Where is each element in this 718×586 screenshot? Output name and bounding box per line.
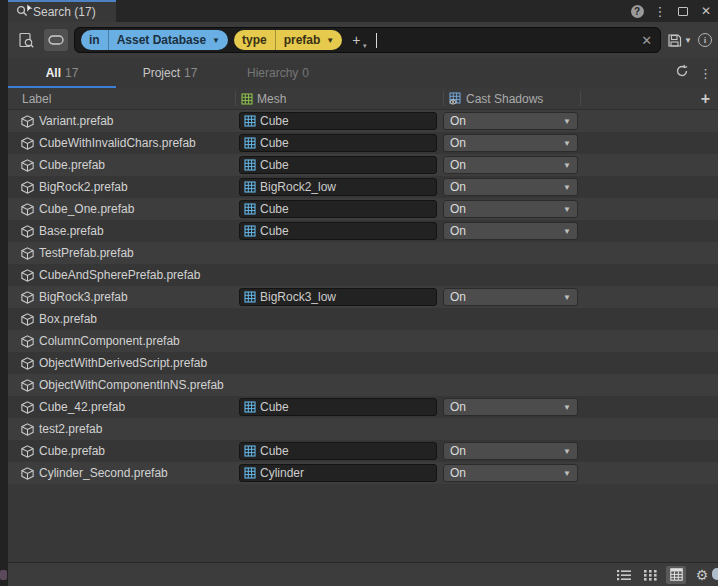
row-label-cell[interactable]: Base.prefab [8,224,235,238]
mesh-object-field[interactable]: BigRock3_low [239,288,437,306]
row-label-cell[interactable]: Cube.prefab [8,158,235,172]
cast-shadows-dropdown[interactable]: On ▼ [443,222,578,240]
more-options-button[interactable]: ⋮ [699,66,712,81]
settings-gear-icon[interactable]: ⚙ [692,566,712,584]
mesh-object-field[interactable]: Cube [239,134,437,152]
save-icon [667,33,682,48]
mesh-object-field[interactable]: Cube [239,222,437,240]
cast-shadows-dropdown[interactable]: On ▼ [443,112,578,130]
column-header-label[interactable]: Label [8,92,235,106]
row-label-cell[interactable]: BigRock3.prefab [8,290,235,304]
refresh-button[interactable] [675,64,689,82]
row-label-cell[interactable]: Variant.prefab [8,114,235,128]
table-view-button[interactable] [666,566,686,584]
mesh-value: Cube [260,400,289,414]
row-label-cell[interactable]: Cube_42.prefab [8,400,235,414]
tab-project[interactable]: Project 17 [116,58,224,88]
save-search-button[interactable]: ▼ [667,33,692,48]
cast-shadows-dropdown[interactable]: On ▼ [443,178,578,196]
row-cast-shadows-cell: On ▼ [443,288,580,306]
row-cast-shadows-cell: On ▼ [443,464,580,482]
table-row[interactable]: ColumnComponent.prefab ▼ [8,330,718,352]
row-label-cell[interactable]: ColumnComponent.prefab [8,334,235,348]
mesh-object-field[interactable]: Cube [239,112,437,130]
search-input[interactable]: in Asset Database ▼ type prefab ▼ +▾ [74,27,661,53]
row-label-cell[interactable]: CubeWithInvalidChars.prefab [8,136,235,150]
chevron-down-icon: ▼ [563,139,571,148]
maximize-button[interactable] [675,3,691,19]
row-label-cell[interactable]: Cube.prefab [8,444,235,458]
row-label-cell[interactable]: CubeAndSpherePrefab.prefab [8,268,235,282]
mesh-object-field[interactable]: Cube [239,398,437,416]
list-view-button[interactable] [614,566,634,584]
filter-chip-in[interactable]: in Asset Database ▼ [81,30,228,50]
search-window-tab[interactable]: Search (17) [8,0,116,22]
row-label-cell[interactable]: test2.prefab [8,422,235,436]
mesh-object-field[interactable]: BigRock2_low [239,178,437,196]
cast-shadows-dropdown[interactable]: On ▼ [443,288,578,306]
mesh-icon [244,225,256,237]
row-label-cell[interactable]: Cube_One.prefab [8,202,235,216]
row-label-cell[interactable]: Cylinder_Second.prefab [8,466,235,480]
row-label-cell[interactable]: TestPrefab.prefab [8,246,235,260]
table-row[interactable]: Variant.prefab Cube On ▼ [8,110,718,132]
table-row[interactable]: test2.prefab ▼ [8,418,718,440]
row-label-cell[interactable]: BigRock2.prefab [8,180,235,194]
row-label-cell[interactable]: Box.prefab [8,312,235,326]
row-label-cell[interactable]: ObjectWithDerivedScript.prefab [8,356,235,370]
table-row[interactable]: CubeAndSpherePrefab.prefab ▼ [8,264,718,286]
cast-shadows-value: On [450,224,466,238]
info-icon[interactable]: i [698,33,712,47]
status-bar: ⚙ [8,562,718,586]
mesh-object-field[interactable]: Cube [239,156,437,174]
prefab-cube-icon [21,467,34,480]
table-row[interactable]: ObjectWithComponentInNS.prefab ▼ [8,374,718,396]
prefab-cube-icon [21,137,34,150]
table-row[interactable]: Cube.prefab Cube On ▼ [8,154,718,176]
filter-value-dropdown[interactable]: prefab ▼ [276,30,343,50]
table-row[interactable]: CubeWithInvalidChars.prefab Cube On ▼ [8,132,718,154]
row-mesh-cell: Cube [235,200,443,218]
inspector-toggle-button[interactable] [44,29,68,51]
prefab-cube-icon [21,159,34,172]
cast-shadows-dropdown[interactable]: On ▼ [443,442,578,460]
help-button[interactable]: ? [629,3,645,19]
search-toolbar: in Asset Database ▼ type prefab ▼ +▾ [8,22,718,58]
table-row[interactable]: BigRock2.prefab BigRock2_low On ▼ [8,176,718,198]
cast-shadows-dropdown[interactable]: On ▼ [443,398,578,416]
cast-shadows-dropdown[interactable]: On ▼ [443,134,578,152]
table-row[interactable]: Cube_42.prefab Cube On ▼ [8,396,718,418]
mesh-object-field[interactable]: Cube [239,200,437,218]
close-button[interactable]: ✕ [698,3,714,19]
column-header-cast-shadows[interactable]: Cast Shadows [443,91,580,106]
add-column-button[interactable]: + [701,90,710,108]
table-row[interactable]: Cube_One.prefab Cube On ▼ [8,198,718,220]
table-row[interactable]: ObjectWithDerivedScript.prefab ▼ [8,352,718,374]
add-filter-button[interactable]: +▾ [348,33,364,47]
chevron-down-icon: ▾ [363,42,367,49]
mesh-object-field[interactable]: Cylinder [239,464,437,482]
window-menu-button[interactable]: ⋮ [652,3,668,19]
row-label-cell[interactable]: ObjectWithComponentInNS.prefab [8,378,235,392]
edge-sliver [712,568,718,580]
cast-shadows-dropdown[interactable]: On ▼ [443,156,578,174]
saved-searches-button[interactable] [14,29,38,51]
column-header-mesh[interactable]: Mesh [235,91,443,106]
grid-view-button[interactable] [640,566,660,584]
table-row[interactable]: TestPrefab.prefab ▼ [8,242,718,264]
table-row[interactable]: Cube.prefab Cube On ▼ [8,440,718,462]
tab-hierarchy[interactable]: Hierarchy 0 [224,58,332,88]
table-row[interactable]: BigRock3.prefab BigRock3_low On ▼ [8,286,718,308]
cast-shadows-dropdown[interactable]: On ▼ [443,200,578,218]
tab-all[interactable]: All 17 [8,58,116,88]
clear-search-button[interactable]: ✕ [641,33,652,48]
table-row[interactable]: Box.prefab ▼ [8,308,718,330]
prefab-cube-icon [21,445,34,458]
cast-shadows-dropdown[interactable]: On ▼ [443,464,578,482]
mesh-value: Cube [260,136,289,150]
filter-chip-type[interactable]: type prefab ▼ [234,30,342,50]
table-row[interactable]: Base.prefab Cube On ▼ [8,220,718,242]
mesh-object-field[interactable]: Cube [239,442,437,460]
filter-value-dropdown[interactable]: Asset Database ▼ [109,30,228,50]
table-row[interactable]: Cylinder_Second.prefab Cylinder On ▼ [8,462,718,484]
